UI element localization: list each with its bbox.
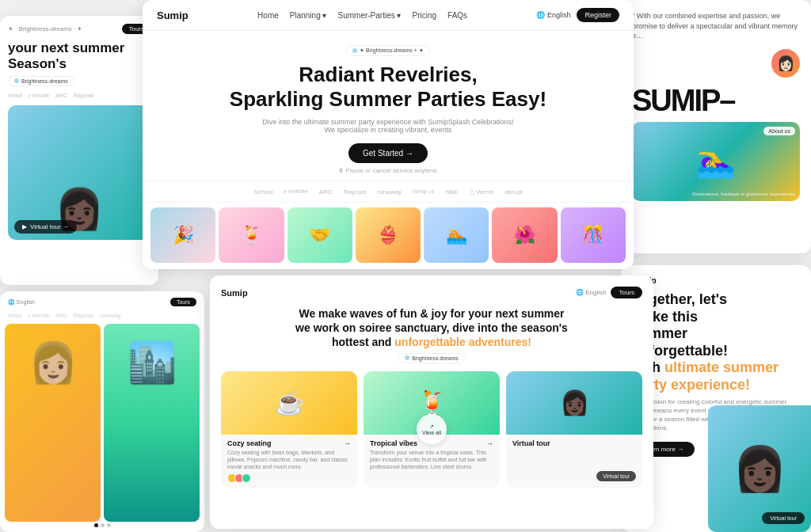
nav-pricing[interactable]: Pricing <box>413 11 437 20</box>
gallery-person-6: 🌺 <box>492 207 557 263</box>
nav-summer-parties[interactable]: Summer-Parties ▾ <box>337 11 401 20</box>
rp-avatar-row: 👩🏻 <box>632 49 800 78</box>
logo-vercel: △ Vercel <box>470 188 493 196</box>
bottom-center-panel: Sumip 🌐 English Tours We make waves of f… <box>210 276 653 529</box>
main-hero-section: ✦ Brightness-dreams + ✦ Radiant Revelrie… <box>143 31 634 180</box>
rbp-highlight: ultimate summer party experience! <box>632 359 779 393</box>
lbp-logo-arc: ARC <box>55 313 67 319</box>
bcp-card-cozy-seating: ☕ Cozy seating → Cozy seating with bean … <box>221 371 357 488</box>
card3-emoji: 👩🏿 <box>560 389 589 416</box>
gallery-person-2: 🍹 <box>219 207 284 263</box>
nav-lang[interactable]: 🌐 English <box>536 11 570 19</box>
ltp-logo-raycast: Raycast <box>74 93 93 99</box>
gallery-person-4: 👙 <box>356 207 421 263</box>
ltp-hero-text: your next summer Season's <box>8 40 150 73</box>
lbp-lang: 🌐 English <box>8 299 35 306</box>
nav-faqs[interactable]: FAQs <box>447 11 467 20</box>
bcp-nav: Sumip 🌐 English Tours <box>221 287 642 298</box>
lbp-person-2: 🏙️ <box>104 324 200 386</box>
main-navbar: Sumip Home Planning ▾ Summer-Parties ▾ P… <box>143 0 634 31</box>
card1-arrow: → <box>344 439 351 447</box>
dot-3[interactable] <box>107 523 111 527</box>
bcp-hero: We make waves of fun & joy for your next… <box>221 306 642 363</box>
bcp-logo: Sumip <box>221 288 248 298</box>
lbp-img-col-2: 🏙️ <box>104 324 200 522</box>
register-button[interactable]: Register <box>577 8 619 22</box>
pause-text: ⏸ Pause or cancel service anytime. <box>158 167 618 174</box>
rp-about-desc: Destinations, boutique or glamorous expe… <box>692 192 795 196</box>
view-all-overlay[interactable]: ↗ View all <box>417 414 447 444</box>
gallery-person-1: 🎉 <box>150 207 215 263</box>
bcp-avatars-1 <box>227 473 351 483</box>
view-all-arrow: ↗ <box>429 424 434 430</box>
virtual-tour-label: Virtual tour → <box>30 223 69 230</box>
lbp-nav: 🌐 English Tours <box>0 291 204 313</box>
lbp-tours-btn[interactable]: Tours <box>170 298 196 306</box>
rbp-virtual-tour-btn[interactable]: Virtual tour <box>762 512 805 524</box>
image-gallery-row: 🎉 🍹 🤝 👙 🏊 🌺 🎊 <box>143 203 634 266</box>
logo-arc: ARC <box>319 188 333 196</box>
lbp-logo-retool: retool <box>8 313 22 319</box>
bcp-headline: We make waves of fun & joy for your next… <box>221 306 642 350</box>
card3-vt-btn[interactable]: Virtual tour <box>596 471 636 481</box>
gallery-img-3: 🤝 <box>287 207 352 263</box>
nav-home[interactable]: Home <box>257 11 279 20</box>
logo-runaway: runaway <box>378 188 402 196</box>
rp-avatar: 👩🏻 <box>771 49 800 78</box>
logo-abrupt: abrupt <box>504 188 523 196</box>
main-panel: Sumip Home Planning ▾ Summer-Parties ▾ P… <box>143 0 634 269</box>
bcp-tours-btn[interactable]: Tours <box>611 287 642 298</box>
rbp-logo: Sumip <box>632 276 800 285</box>
bcp-lang: 🌐 English <box>576 289 606 296</box>
virtual-tour-icon: ▶ <box>22 223 27 230</box>
main-hero-headline: Radiant Revelries,Sparkling Summer Parti… <box>158 63 618 112</box>
dot-1[interactable] <box>94 523 98 527</box>
gallery-img-7: 🎊 <box>561 207 626 263</box>
ltp-badge-text: Brightness-dreams <box>21 78 68 84</box>
brightness-dot <box>352 48 357 53</box>
ltp-logo-retool: retool <box>8 93 22 99</box>
bcp-card-tropical: 🍹 ↗ View all Tropical vibes → Transform … <box>364 371 500 488</box>
bcp-card-body-3: Virtual tour Virtual tour <box>506 435 642 452</box>
ltp-image-area: 👩🏿 ▶ Virtual tour → <box>8 105 150 240</box>
logo-remote: 𝒓 remote <box>284 188 308 196</box>
bcp-brightness-badge: Brightness-dreams <box>398 353 465 363</box>
gallery-person-5: 🏊 <box>424 207 489 263</box>
rbp-heading: Together, let'smake thissummerunforgetta… <box>632 291 800 394</box>
gallery-img-5: 🏊 <box>424 207 489 263</box>
lbp-pagination-dots <box>0 523 204 527</box>
dot-2[interactable] <box>101 523 105 527</box>
bcp-brightness-dot <box>405 355 409 360</box>
bcp-cards-row: ☕ Cozy seating → Cozy seating with bean … <box>221 371 642 488</box>
logo-raycast: Raycast <box>344 188 367 196</box>
ltp-brightness-badge: Brightness-dreams <box>8 76 74 86</box>
bcp-card-virtual-tour: 👩🏿 Virtual tour Virtual tour <box>506 371 642 488</box>
bcp-virtual-tour-label: Virtual tour <box>512 439 550 447</box>
gallery-img-1: 🎉 <box>150 207 215 263</box>
gallery-img-2: 🍹 <box>219 207 284 263</box>
ltp-virtual-tour-btn[interactable]: ▶ Virtual tour → <box>14 220 77 234</box>
bcp-card-desc-1: Cozy seating with bean bags, blankets, a… <box>227 449 351 470</box>
gallery-img-6: 🌺 <box>492 207 557 263</box>
bcp-card-title-1: Cozy seating → <box>227 439 351 447</box>
gallery-img-4: 👙 <box>356 207 421 263</box>
ltp-lang: ✦ · Brightness-dreams · ✦ <box>8 25 82 32</box>
rp-about-tag: About us <box>763 127 795 135</box>
avatar-3 <box>242 473 251 483</box>
card2-emoji: 🍹 <box>417 389 447 416</box>
bcp-card-img-2: 🍹 ↗ View all <box>364 371 500 435</box>
get-started-button[interactable]: Get Started → <box>348 143 428 163</box>
rbp-pool-image: 👩🏿 Virtual tour <box>708 405 811 532</box>
logo-nbk: NBK <box>445 188 458 196</box>
main-hero-tag: ✦ Brightness-dreams + ✦ <box>158 45 618 56</box>
nav-planning[interactable]: Planning ▾ <box>290 11 327 20</box>
lbp-logo-remote: 𝒓 remote <box>29 313 50 319</box>
logo-school: School <box>253 188 272 196</box>
left-bottom-panel: 🌐 English Tours retool 𝒓 remote ARC Rayc… <box>0 291 204 532</box>
lbp-images: 👩🏼 🏙️ <box>0 324 204 522</box>
logo-ramp: ramp 𝒜 <box>413 188 434 196</box>
rp-pool-image: 🏊‍♀️ About us Destinations, boutique or … <box>632 122 800 201</box>
right-top-panel: " With our combined expertise and passio… <box>621 0 811 253</box>
left-top-panel: ✦ · Brightness-dreams · ✦ Tours your nex… <box>0 16 158 285</box>
rp-quote-text: " With our combined expertise and passio… <box>632 11 800 41</box>
